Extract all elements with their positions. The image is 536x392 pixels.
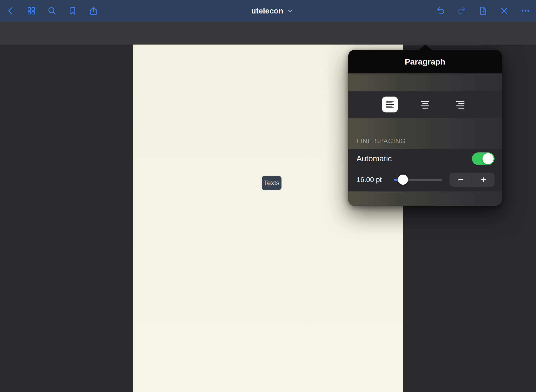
spacing-stepper: − + [449,173,495,187]
tools-toolbar: T HiraginoSans-... 16 T [0,22,536,45]
slider-thumb[interactable] [398,175,408,185]
share-icon [89,6,98,16]
popover-body: Paragraph [348,50,502,206]
undo-icon [436,6,445,16]
paragraph-popover: Paragraph [348,50,502,206]
search-icon [47,6,57,16]
more-button[interactable] [520,6,531,16]
undo-button[interactable] [435,6,446,16]
popover-title: Paragraph [405,57,445,66]
alignment-options-row [348,91,502,118]
back-chevron-icon [6,6,15,16]
toggle-knob [482,153,494,164]
thumbnails-button[interactable] [26,6,37,16]
back-button[interactable] [5,6,16,16]
popover-header: Paragraph [348,50,502,73]
text-object[interactable]: Texts [262,176,281,190]
workspace-background-left [0,45,133,392]
nav-left-group [5,6,99,16]
spacing-value-label: 16.00 pt [356,176,393,184]
text-object-label: Texts [264,179,279,187]
add-page-button[interactable] [478,6,488,16]
redo-button[interactable] [456,6,467,16]
align-center-option[interactable] [417,97,433,112]
popover-arrow [418,45,433,50]
popover-band-top [348,73,502,91]
decrease-spacing-button[interactable]: − [449,173,472,187]
grid-pages-icon [27,6,36,16]
automatic-toggle[interactable] [472,152,495,165]
navigation-bar: utelecon [0,0,536,22]
line-spacing-section-header: LINE SPACING [348,118,502,149]
spacing-slider-row: 16.00 pt − + [348,168,502,191]
end-editing-button[interactable] [499,6,509,16]
add-page-icon [478,6,488,16]
share-button[interactable] [88,6,99,16]
align-right-option[interactable] [452,97,468,112]
line-spacing-rows: Automatic 16.00 pt − + [348,149,502,191]
increase-spacing-button[interactable]: + [472,173,495,187]
redo-icon [457,6,467,16]
popover-band-bottom [348,191,502,206]
page-title: utelecon [251,7,283,15]
bookmark-icon [68,6,78,16]
chevron-down-icon [287,8,293,14]
align-left-icon [385,100,395,109]
align-right-icon [456,100,465,109]
nav-right-group [435,6,531,16]
bookmark-button[interactable] [67,6,78,16]
more-ellipsis-icon [521,6,530,16]
pen-cross-icon [499,6,509,16]
align-center-icon [420,100,430,109]
automatic-label: Automatic [356,154,392,163]
spacing-slider[interactable] [394,175,442,185]
document-title-button[interactable]: utelecon [243,0,293,22]
automatic-row: Automatic [348,149,502,168]
search-button[interactable] [47,6,57,16]
line-spacing-heading: LINE SPACING [356,137,406,145]
align-left-option[interactable] [382,97,398,112]
